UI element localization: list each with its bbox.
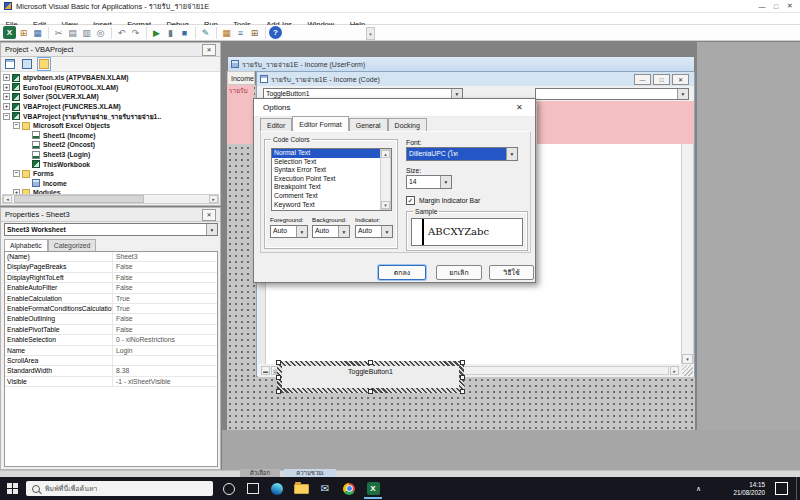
list-item-comment-text[interactable]: Comment Text <box>272 192 391 201</box>
collapse-icon[interactable]: − <box>13 122 20 129</box>
start-button[interactable] <box>7 483 18 494</box>
tree-item-solver[interactable]: +Solver (SOLVER.XLAM) <box>1 92 220 102</box>
code-window-close-button[interactable]: ✕ <box>672 74 689 85</box>
show-desktop-button[interactable] <box>796 477 800 500</box>
code-window-titlebar[interactable]: รายรับ_รายจ่าย1E - Income (Code) <box>257 72 694 86</box>
expand-icon[interactable]: + <box>3 103 10 110</box>
undo-icon[interactable]: ↶ <box>115 26 128 39</box>
save-icon[interactable]: ▦ <box>31 26 44 39</box>
margin-indicator-checkbox-row[interactable]: ✓ Margin Indicator Bar <box>406 195 480 205</box>
scroll-right-icon[interactable]: ▸ <box>670 366 679 375</box>
design-mode-icon[interactable]: ✎ <box>199 26 212 39</box>
tree-item-eurotool[interactable]: +EuroTool (EUROTOOL.XLAM) <box>1 83 220 93</box>
tree-item-atpvbaen[interactable]: +atpvbaen.xls (ATPVBAEN.XLAM) <box>1 73 220 83</box>
font-dropdown[interactable]: DilleniaUPC (ไท ▾ <box>406 147 518 161</box>
property-row[interactable]: NameLogin <box>5 346 217 356</box>
close-icon[interactable]: ✕ <box>783 1 797 12</box>
tree-item-vbaproject-active[interactable]: −VBAProject (รายรับรายจ่าย_รายรับรายจ่าย… <box>1 111 220 121</box>
property-row[interactable]: EnablePivotTableFalse <box>5 325 217 335</box>
tab-general[interactable]: General <box>349 118 388 132</box>
property-value[interactable] <box>113 356 217 365</box>
chrome-icon[interactable] <box>337 480 361 497</box>
property-row[interactable]: DisplayRightToLeftFalse <box>5 273 217 283</box>
property-row[interactable]: Visible-1 - xlSheetVisible <box>5 377 217 387</box>
property-value[interactable]: False <box>113 314 217 323</box>
maximize-icon[interactable]: □ <box>769 1 783 12</box>
property-row[interactable]: EnableFormatConditionsCalculationTrue <box>5 304 217 314</box>
project-panel-header[interactable]: Project - VBAProject ✕ <box>1 43 220 57</box>
property-row[interactable]: (Name)Sheet3 <box>5 252 217 262</box>
selection-handle[interactable] <box>460 360 465 365</box>
chevron-down-icon[interactable]: ▾ <box>506 148 517 160</box>
toolbox-icon[interactable]: ⊞ <box>248 26 261 39</box>
help-icon[interactable]: ? <box>269 26 282 39</box>
list-item-execution-point-text[interactable]: Execution Point Text <box>272 175 391 184</box>
mail-icon[interactable]: ✉ <box>313 480 337 497</box>
selection-handle[interactable] <box>368 360 373 365</box>
task-view-button[interactable] <box>241 480 265 497</box>
app-titlebar[interactable]: Microsoft Visual Basic for Applications … <box>0 0 800 13</box>
property-value[interactable]: Login <box>113 346 217 355</box>
property-row[interactable]: EnableSelection0 - xlNoRestrictions <box>5 335 217 345</box>
object-selector-dropdown[interactable]: Sheet3 Worksheet ▾ <box>4 223 218 236</box>
collapse-icon[interactable]: − <box>13 170 20 177</box>
checkbox-checked-icon[interactable]: ✓ <box>406 196 415 205</box>
chevron-down-icon[interactable]: ▾ <box>381 226 392 237</box>
procedure-view-button[interactable]: ▬ <box>261 366 270 375</box>
scroll-down-icon[interactable]: ▾ <box>682 354 693 364</box>
view-excel-icon[interactable]: X <box>3 26 16 39</box>
project-horizontal-scrollbar[interactable]: ◂ ▸ <box>2 194 219 204</box>
property-value[interactable]: False <box>113 283 217 292</box>
property-row[interactable]: ScrollArea <box>5 356 217 366</box>
close-icon[interactable]: ✕ <box>202 209 216 221</box>
copy-icon[interactable]: ▤ <box>66 26 79 39</box>
properties-window-icon[interactable]: ≡ <box>234 26 247 39</box>
paste-icon[interactable]: ▥ <box>80 26 93 39</box>
scroll-right-icon[interactable]: ▸ <box>209 195 218 203</box>
run-icon[interactable]: ▶ <box>150 26 163 39</box>
property-value[interactable]: True <box>113 294 217 303</box>
toggle-folders-icon[interactable] <box>39 59 49 69</box>
scroll-down-icon[interactable]: ▾ <box>381 201 390 209</box>
tree-item-sheet2[interactable]: Sheet2 (Oncost) <box>1 140 220 150</box>
redo-icon[interactable]: ↷ <box>129 26 142 39</box>
property-value[interactable]: Sheet3 <box>113 252 217 261</box>
list-item-syntax-error-text[interactable]: Syntax Error Text <box>272 166 391 175</box>
code-window-maximize-button[interactable]: □ <box>653 74 670 85</box>
view-object-icon[interactable] <box>22 59 32 69</box>
property-row[interactable]: EnableCalculationTrue <box>5 294 217 304</box>
resize-grip[interactable] <box>682 365 693 376</box>
selection-handle[interactable] <box>460 375 465 380</box>
break-icon[interactable]: ▮ <box>164 26 177 39</box>
excel-taskbar-icon[interactable]: X <box>361 480 385 497</box>
tree-item-excel-objects[interactable]: −Microsoft Excel Objects <box>1 121 220 131</box>
tab-editor[interactable]: Editor <box>260 118 292 132</box>
chevron-down-icon[interactable]: ▾ <box>338 226 349 237</box>
property-value[interactable]: True <box>113 304 217 313</box>
foreground-dropdown[interactable]: Auto ▾ <box>270 225 308 238</box>
tab-editor-format[interactable]: Editor Format <box>292 116 348 132</box>
cancel-button[interactable]: ยกเลิก <box>436 265 482 280</box>
tray-chevron-icon[interactable]: ∧ <box>696 485 701 493</box>
file-explorer-icon[interactable] <box>289 480 313 497</box>
cut-icon[interactable]: ✂ <box>52 26 65 39</box>
tree-item-sheet1[interactable]: Sheet1 (Income) <box>1 131 220 141</box>
tree-item-income-form[interactable]: Income <box>1 179 220 189</box>
selection-handle[interactable] <box>368 389 373 394</box>
background-tab-help[interactable]: ความช่วยเ <box>284 469 336 477</box>
property-row[interactable]: EnableOutliningFalse <box>5 314 217 324</box>
tree-item-funcres[interactable]: +VBAProject (FUNCRES.XLAM) <box>1 102 220 112</box>
close-icon[interactable]: ✕ <box>202 44 216 56</box>
view-code-icon[interactable] <box>5 59 15 69</box>
property-row[interactable]: DisplayPageBreaksFalse <box>5 262 217 272</box>
tree-item-forms[interactable]: −Forms <box>1 169 220 179</box>
selection-handle[interactable] <box>276 389 281 394</box>
background-tab-options[interactable]: ตัวเลือก <box>240 469 280 477</box>
edge-icon[interactable] <box>265 480 289 497</box>
property-value[interactable]: False <box>113 273 217 282</box>
expand-icon[interactable]: + <box>3 84 10 91</box>
minimize-icon[interactable]: — <box>755 1 769 12</box>
list-item-breakpoint-text[interactable]: Breakpoint Text <box>272 183 391 192</box>
ok-button[interactable]: ตกลง <box>378 265 426 280</box>
code-window-minimize-button[interactable]: — <box>634 74 651 85</box>
